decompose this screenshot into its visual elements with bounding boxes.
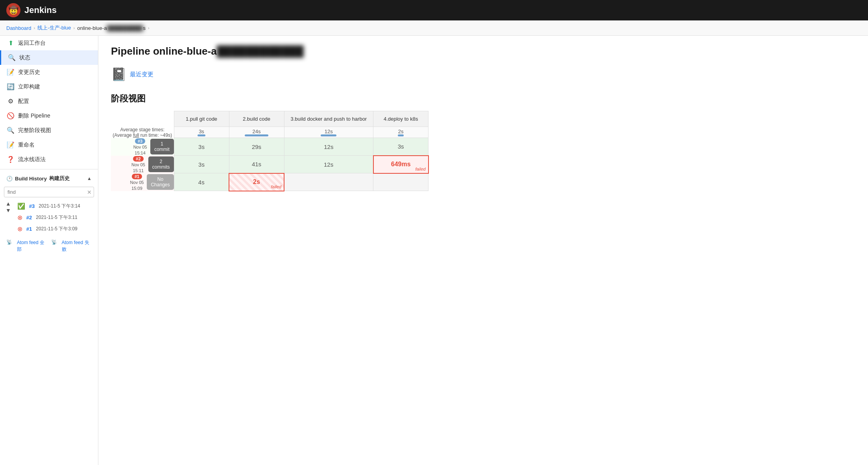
app-title: Jenkins [24,5,57,15]
build-3-commit-btn[interactable]: 1commit [150,139,174,154]
stage-time-1-1: 4s [198,179,205,186]
recent-changes: 📓 最近变更 [111,67,855,82]
build-2-commit-btn[interactable]: 2commits [148,156,174,172]
build-list-area: ▲ ▼ ✅ #3 2021-11-5 下午3:14 ⊗ #2 2021-11-5… [0,199,98,236]
status-err-icon: ⊗ [17,214,22,221]
atom-feed-all-link[interactable]: Atom feed 全部 [17,239,47,253]
stage-cell-2-1[interactable]: 3s [174,156,229,173]
feed-icon-2: 📡 [51,239,57,253]
build-3-badge: #3 [135,138,145,144]
sidebar-item-status[interactable]: 🔍 状态 [0,50,98,65]
stage-cell-1-1[interactable]: 4s [174,173,229,191]
sidebar-item-delete[interactable]: 🚫 删除 Pipeline [0,108,98,123]
stage-cell-2-2[interactable]: 41s [229,156,284,173]
build-2-label: #2 Nov 0515:11 2commits [111,156,174,173]
sidebar-item-syntax[interactable]: ❓ 流水线语法 [0,152,98,167]
failed-badge-1: failed [271,184,281,189]
breadcrumb-sep-3: › [148,26,150,30]
search-icon: 🔍 [7,54,16,61]
status-ok-icon: ✅ [17,202,25,210]
build-history-header: 🕐 Build History 构建历史 ▲ [0,172,98,185]
stage-cell-3-3[interactable]: 12s [284,138,373,156]
col-header-1: 1.pull git code [174,111,229,127]
build-1-commit-btn[interactable]: NoChanges [147,174,174,190]
build-history-title-en: Build History [15,176,47,182]
sidebar-item-full-stage[interactable]: 🔍 完整阶段视图 [0,123,98,138]
help-icon: ❓ [6,156,15,163]
sidebar-item-rename[interactable]: 📝 重命名 [0,138,98,152]
breadcrumb-current: online-blue-a██████████s [77,25,146,31]
build-history-title-area: 🕐 Build History 构建历史 [6,175,70,182]
stage-table: 1.pull git code 2.build code 3.build doc… [111,111,429,191]
empty-header [111,111,174,127]
stage-cell-1-4 [373,173,428,191]
stage-cell-3-1[interactable]: 3s [174,138,229,156]
stage-time-2-1: 3s [198,161,205,168]
arrow-up-icon[interactable]: ▲ [6,200,11,207]
stage-time-3-3: 12s [324,143,333,150]
table-header-row: 1.pull git code 2.build code 3.build doc… [111,111,428,127]
recent-changes-link[interactable]: 最近变更 [130,71,153,78]
stage-time-3-4: 3s [398,143,404,150]
full-link[interactable]: full [133,132,139,138]
build-1-time: 2021-11-5 下午3:09 [36,226,77,232]
fullview-icon: 🔍 [6,127,15,134]
collapse-icon[interactable]: ▲ [87,176,92,181]
avg-bar-1 [198,134,205,136]
search-input[interactable] [4,187,94,197]
arrow-down-icon[interactable]: ▼ [6,207,11,213]
table-row: #3 Nov 0515:14 1commit 3s 29s [111,138,428,156]
stage-time-2-4: 649ms [391,161,411,167]
table-row: #1 Nov 0515:09 NoChanges 4s 2s failed [111,173,428,191]
stage-cell-3-2[interactable]: 29s [229,138,284,156]
breadcrumb: Dashboard › 线上-生产-blue › online-blue-a██… [0,20,868,36]
edit-icon: 📝 [6,68,15,76]
stage-time-2-2: 41s [252,161,261,167]
stage-time-1-2: 2s [253,178,260,185]
atom-feeds: 📡 Atom feed 全部 📡 Atom feed 失败 [0,236,98,256]
back-icon: ⬆ [6,39,15,47]
sidebar-item-configure[interactable]: ⚙ 配置 [0,94,98,108]
atom-feed-fail-link[interactable]: Atom feed 失败 [62,239,92,253]
stage-table-wrapper: 1.pull git code 2.build code 3.build doc… [111,111,855,191]
build-2-date: Nov 0515:11 [131,162,145,173]
failed-badge-2: failed [415,167,425,171]
list-item[interactable]: ✅ #3 2021-11-5 下午3:14 [11,200,98,212]
stage-cell-3-4[interactable]: 3s [373,138,428,156]
rename-icon: 📝 [6,141,15,149]
build-2-time: 2021-11-5 下午3:11 [36,214,77,221]
clear-search-button[interactable]: ✕ [87,189,92,195]
sidebar-item-back[interactable]: ⬆ 返回工作台 [0,36,98,50]
build-3-link[interactable]: #3 [29,203,35,209]
build-3-label: #3 Nov 0515:14 1commit [111,138,174,156]
stage-cell-1-2[interactable]: 2s failed [229,173,284,191]
list-item[interactable]: ⊗ #1 2021-11-5 下午3:09 [11,223,98,235]
build-3-date: Nov 0515:14 [133,145,147,155]
stage-cell-2-3[interactable]: 12s [284,156,373,173]
build-history-title-zh: 构建历史 [49,175,70,182]
avg-label-cell: Average stage times: (Average full run t… [111,127,174,138]
build-1-badge: #1 [132,174,142,179]
build-3-time: 2021-11-5 下午3:14 [39,203,80,210]
col-header-2: 2.build code [229,111,284,127]
avg-bar-3 [321,134,336,136]
build-1-link[interactable]: #1 [26,226,32,232]
stage-cell-2-4[interactable]: 649ms failed [373,156,428,173]
build-1-label: #1 Nov 0515:09 NoChanges [111,173,174,191]
breadcrumb-sep-2: › [74,26,75,30]
status-err-icon-2: ⊗ [17,225,22,233]
avg-bar-4 [398,134,404,136]
sidebar-item-build-now[interactable]: 🔄 立即构建 [0,79,98,94]
sidebar-item-changes[interactable]: 📝 变更历史 [0,65,98,79]
avg-time-4: 2s [373,127,428,138]
breadcrumb-dashboard[interactable]: Dashboard [6,25,31,31]
breadcrumb-production[interactable]: 线上-生产-blue [37,24,71,31]
stage-time-2-3: 12s [324,161,333,168]
delete-icon: 🚫 [6,112,15,119]
refresh-icon: 🔄 [6,83,15,90]
list-item[interactable]: ⊗ #2 2021-11-5 下午3:11 [11,212,98,223]
build-2-link[interactable]: #2 [26,215,32,221]
main-layout: ⬆ 返回工作台 🔍 状态 📝 变更历史 🔄 立即构建 ⚙ 配置 🚫 删除 Pip… [0,36,868,465]
stage-time-3-1: 3s [198,143,205,150]
stage-view-title: 阶段视图 [111,93,855,105]
